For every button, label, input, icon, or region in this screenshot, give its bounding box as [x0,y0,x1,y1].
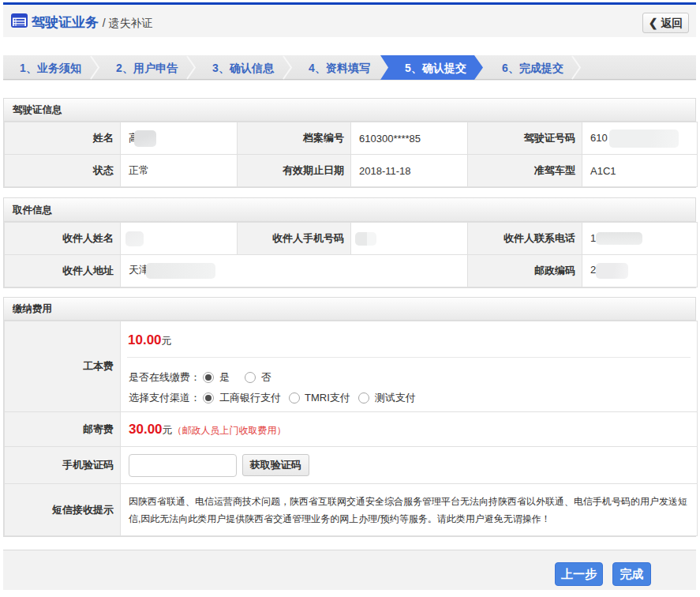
svg-text:3、确认信息: 3、确认信息 [212,62,275,74]
svg-text:5、确认提交: 5、确认提交 [405,62,466,74]
svg-text:4、资料填写: 4、资料填写 [309,62,370,74]
svg-text:2、用户申告: 2、用户申告 [116,62,178,74]
svg-text:6、完成提交: 6、完成提交 [502,62,563,74]
svg-text:1、业务须知: 1、业务须知 [20,62,81,74]
